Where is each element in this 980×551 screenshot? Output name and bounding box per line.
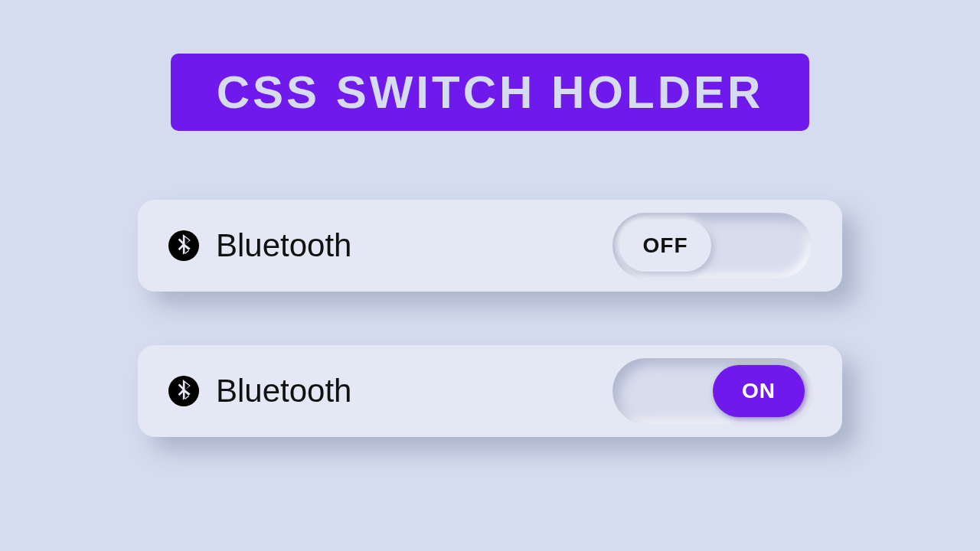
toggle-knob-off: OFF (619, 220, 711, 272)
switch-label: Bluetooth (216, 373, 351, 409)
toggle-knob-on: ON (713, 365, 805, 417)
toggle-switch-off[interactable]: OFF (612, 213, 812, 279)
switch-card-bluetooth-off: Bluetooth OFF (138, 200, 842, 292)
page-title: CSS SWITCH HOLDER (171, 54, 810, 131)
toggle-switch-on[interactable]: ON (612, 358, 812, 424)
switch-label-group: Bluetooth (168, 373, 612, 409)
bluetooth-icon (168, 230, 199, 261)
switch-label-group: Bluetooth (168, 227, 612, 264)
switch-list: Bluetooth OFF Bluetooth ON (138, 200, 842, 437)
switch-label: Bluetooth (216, 227, 351, 264)
bluetooth-icon (168, 376, 199, 406)
switch-card-bluetooth-on: Bluetooth ON (138, 345, 842, 437)
